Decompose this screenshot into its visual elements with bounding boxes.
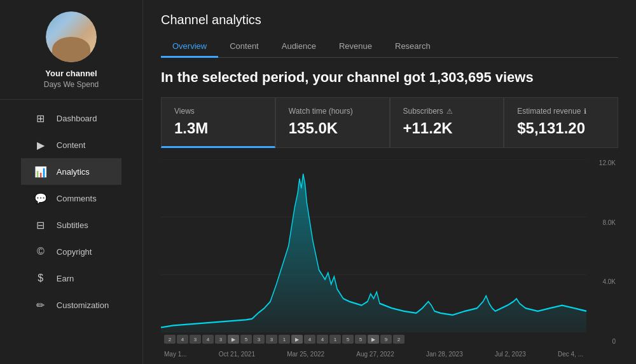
sidebar-item-dashboard[interactable]: ⊞Dashboard bbox=[21, 105, 121, 131]
video-thumb[interactable]: ▶ bbox=[291, 335, 303, 344]
customization-icon: ✏ bbox=[34, 298, 48, 312]
video-thumb[interactable]: 3 bbox=[253, 335, 265, 344]
sidebar-label-dashboard: Dashboard bbox=[57, 114, 97, 123]
metric-card-revenue: Estimated revenue ℹ$5,131.20 bbox=[504, 97, 618, 148]
sidebar-item-earn[interactable]: $Earn bbox=[21, 265, 121, 292]
chart-x-label: May 1... bbox=[164, 351, 187, 358]
chart-x-label: Jul 2, 2023 bbox=[495, 351, 526, 358]
metric-label-watch_time: Watch time (hours) bbox=[289, 107, 377, 116]
sidebar: Your channel Days We Spend ⊞Dashboard▶Co… bbox=[0, 0, 143, 364]
metric-label-subscribers: Subscribers ⚠ bbox=[403, 107, 491, 116]
video-thumb[interactable]: 9 bbox=[380, 335, 392, 344]
video-thumb[interactable]: 4 bbox=[177, 335, 188, 344]
metric-cards: Views1.3MWatch time (hours)135.0KSubscri… bbox=[161, 97, 618, 148]
comments-icon: 💬 bbox=[34, 191, 48, 205]
video-thumb[interactable]: 1 bbox=[329, 335, 341, 344]
sidebar-item-comments[interactable]: 💬Comments bbox=[21, 185, 121, 212]
sidebar-item-copyright[interactable]: ©Copyright bbox=[21, 238, 121, 265]
video-thumb[interactable]: 2 bbox=[164, 335, 176, 344]
chart-x-label: Aug 27, 2022 bbox=[356, 351, 394, 358]
video-thumbnails: 24343▶5331▶44155▶92 bbox=[161, 334, 586, 345]
chart-x-axis: May 1...Oct 21, 2021Mar 25, 2022Aug 27, … bbox=[161, 351, 586, 358]
chart-y-label: 12.0K bbox=[599, 159, 616, 166]
chart-y-label: 8.0K bbox=[602, 219, 616, 226]
chart-y-label: 0 bbox=[612, 338, 616, 345]
sidebar-label-customization: Customization bbox=[57, 300, 109, 310]
sidebar-item-analytics[interactable]: 📊Analytics bbox=[21, 158, 121, 185]
metrics-container: Views1.3MWatch time (hours)135.0KSubscri… bbox=[161, 97, 618, 148]
metric-label-views: Views bbox=[174, 107, 262, 116]
sidebar-label-content: Content bbox=[57, 140, 86, 150]
video-thumb[interactable]: 5 bbox=[355, 335, 366, 344]
video-thumb[interactable]: 4 bbox=[317, 335, 328, 344]
content-icon: ▶ bbox=[34, 138, 48, 152]
avatar bbox=[46, 11, 97, 62]
sidebar-item-content[interactable]: ▶Content bbox=[21, 131, 121, 158]
sidebar-divider bbox=[0, 99, 142, 100]
page-title: Channel analytics bbox=[161, 13, 618, 27]
metric-label-revenue: Estimated revenue ℹ bbox=[517, 107, 605, 116]
metric-card-watch_time: Watch time (hours)135.0K bbox=[275, 97, 390, 148]
tab-research[interactable]: Research bbox=[384, 36, 442, 58]
chart-x-label: Oct 21, 2021 bbox=[219, 351, 255, 358]
metric-value-watch_time: 135.0K bbox=[289, 119, 377, 137]
chart-x-label: Mar 25, 2022 bbox=[287, 351, 324, 358]
chart-y-label: 4.0K bbox=[602, 278, 616, 285]
video-thumb[interactable]: 3 bbox=[190, 335, 201, 344]
copyright-icon: © bbox=[34, 245, 48, 259]
analytics-chart bbox=[161, 159, 586, 332]
metric-icon-revenue: ℹ bbox=[584, 107, 586, 116]
video-thumb[interactable]: 4 bbox=[202, 335, 214, 344]
dashboard-icon: ⊞ bbox=[34, 111, 48, 125]
tab-revenue[interactable]: Revenue bbox=[328, 36, 384, 58]
main-content: Channel analytics OverviewContentAudienc… bbox=[143, 0, 636, 364]
video-thumb[interactable]: 3 bbox=[266, 335, 277, 344]
metric-value-views: 1.3M bbox=[174, 119, 262, 137]
video-thumb[interactable]: 4 bbox=[304, 335, 315, 344]
nav-list: ⊞Dashboard▶Content📊Analytics💬Comments⊟Su… bbox=[21, 105, 121, 318]
analytics-icon: 📊 bbox=[34, 165, 48, 179]
chart-svg-area bbox=[161, 159, 586, 332]
tab-content[interactable]: Content bbox=[218, 36, 270, 58]
chart-x-label: Dec 4, ... bbox=[558, 351, 583, 358]
sidebar-label-subtitles: Subtitles bbox=[57, 220, 88, 230]
earn-icon: $ bbox=[34, 271, 48, 285]
metric-value-subscribers: +11.2K bbox=[403, 119, 491, 137]
video-thumb[interactable]: 2 bbox=[393, 335, 404, 344]
chart-x-label: Jan 28, 2023 bbox=[426, 351, 463, 358]
video-thumb[interactable]: 3 bbox=[215, 335, 226, 344]
metric-icon-subscribers: ⚠ bbox=[446, 107, 453, 116]
channel-name: Your channel bbox=[45, 69, 97, 78]
chart-y-axis: 12.0K8.0K4.0K0 bbox=[590, 159, 618, 345]
video-thumb[interactable]: 5 bbox=[342, 335, 354, 344]
chart-container: 12.0K8.0K4.0K0 24343▶5331▶44155▶92 bbox=[161, 159, 618, 364]
video-thumb[interactable]: 1 bbox=[279, 335, 290, 344]
sidebar-item-subtitles[interactable]: ⊟Subtitles bbox=[21, 212, 121, 238]
metric-card-subscribers: Subscribers ⚠+11.2K bbox=[390, 97, 504, 148]
sidebar-label-earn: Earn bbox=[57, 274, 74, 283]
subtitles-icon: ⊟ bbox=[34, 218, 48, 232]
tab-bar: OverviewContentAudienceRevenueResearch bbox=[161, 36, 618, 58]
tab-overview[interactable]: Overview bbox=[161, 36, 218, 58]
headline: In the selected period, your channel got… bbox=[161, 69, 618, 86]
sidebar-label-copyright: Copyright bbox=[57, 247, 92, 257]
metric-card-views: Views1.3M bbox=[161, 97, 275, 148]
metric-value-revenue: $5,131.20 bbox=[517, 119, 605, 137]
video-thumb[interactable]: 5 bbox=[240, 335, 252, 344]
tab-audience[interactable]: Audience bbox=[270, 36, 328, 58]
video-thumb[interactable]: ▶ bbox=[228, 335, 239, 344]
video-thumb[interactable]: ▶ bbox=[368, 335, 379, 344]
tabs-container: OverviewContentAudienceRevenueResearch bbox=[161, 36, 442, 57]
channel-subtitle: Days We Spend bbox=[44, 80, 99, 89]
sidebar-label-analytics: Analytics bbox=[57, 167, 90, 177]
sidebar-label-comments: Comments bbox=[57, 194, 97, 203]
sidebar-item-customization[interactable]: ✏Customization bbox=[21, 292, 121, 318]
